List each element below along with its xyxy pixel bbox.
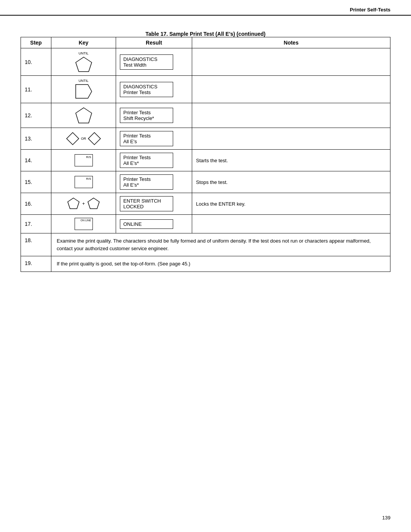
step-cell: 15. [21, 171, 51, 193]
result-cell: Printer Tests All E's [116, 128, 192, 150]
table-header-row: Step Key Result Notes [21, 37, 390, 48]
notes-cell: Starts the test. [192, 150, 390, 171]
col-step: Step [21, 37, 51, 48]
key-cell: R/S [51, 171, 116, 193]
key-cell [51, 103, 116, 128]
table-title: Table 17. Sample Print Test (All E's) (c… [21, 31, 390, 37]
key-cell: UNTIL [51, 76, 116, 103]
pentagon-right-pair-icon [87, 197, 100, 210]
step-cell: 16. [21, 193, 51, 215]
header-title: Printer Self-Tests [350, 7, 390, 13]
notes-cell [192, 103, 390, 128]
step-cell: 19. [21, 256, 51, 272]
table-row: 10. UNTIL DIAGNOSTICS Test Width [21, 48, 390, 76]
page-number: 139 [382, 515, 390, 521]
step-cell: 11. [21, 76, 51, 103]
svg-marker-6 [88, 198, 99, 209]
svg-marker-0 [76, 57, 92, 72]
main-table: Step Key Result Notes 10. UNTIL [21, 37, 390, 272]
pentagon-plain-icon [74, 106, 93, 125]
step-cell: 12. [21, 103, 51, 128]
result-cell: ENTER SWITCH LOCKED [116, 193, 192, 215]
result-cell: Printer Tests All E's* [116, 171, 192, 193]
notes-cell [192, 48, 390, 76]
pentagon-up-icon [74, 56, 93, 72]
col-key: Key [51, 37, 116, 48]
step-cell: 18. [21, 233, 51, 256]
svg-marker-2 [76, 108, 92, 123]
col-result: Result [116, 37, 192, 48]
table-row: 11. UNTIL DIAGNOSTICS Printer Tests [21, 76, 390, 103]
page-content: Table 17. Sample Print Test (All E's) (c… [0, 16, 411, 287]
pentagon-left-icon [67, 197, 80, 210]
notes-cell [192, 76, 390, 103]
svg-marker-5 [68, 198, 79, 209]
step-cell: 10. [21, 48, 51, 76]
key-cell: + [51, 193, 116, 215]
long-text-cell: Examine the print quality. The character… [51, 233, 390, 256]
result-cell: DIAGNOSTICS Printer Tests [116, 76, 192, 103]
online-key-icon: ON LINE [75, 218, 93, 230]
rs-key-icon: R/S [75, 176, 93, 188]
pentagon-right-icon [74, 83, 93, 100]
table-row: 16. + ENTER SWITCH [21, 193, 390, 215]
long-text-cell: If the print quality is good, set the to… [51, 256, 390, 272]
notes-cell: Stops the test. [192, 171, 390, 193]
diamond-right-icon [88, 132, 101, 145]
table-row: 14. R/S Printer Tests All E's* [21, 150, 390, 171]
result-cell: Printer Tests Shift Recycle* [116, 103, 192, 128]
table-row: 17. ON LINE ONLINE [21, 215, 390, 233]
page-footer: 139 [382, 515, 390, 521]
key-cell: R/S [51, 150, 116, 171]
notes-cell [192, 128, 390, 150]
key-cell: UNTIL [51, 48, 116, 76]
svg-marker-1 [76, 85, 92, 98]
step-cell: 13. [21, 128, 51, 150]
result-cell: DIAGNOSTICS Test Width [116, 48, 192, 76]
step-cell: 14. [21, 150, 51, 171]
table-row: 19. If the print quality is good, set th… [21, 256, 390, 272]
result-cell: Printer Tests All E's* [116, 150, 192, 171]
page-header: Printer Self-Tests [0, 0, 411, 16]
table-row: 18. Examine the print quality. The chara… [21, 233, 390, 256]
svg-marker-4 [88, 133, 100, 145]
notes-cell: Locks the ENTER key. [192, 193, 390, 215]
table-row: 15. R/S Printer Tests All E's* [21, 171, 390, 193]
table-row: 13. OR Printer Tests [21, 128, 390, 150]
key-cell: OR [51, 128, 116, 150]
diamond-left-icon [66, 132, 80, 145]
rs-key-icon: R/S [75, 154, 93, 166]
step-cell: 17. [21, 215, 51, 233]
result-cell: ONLINE [116, 215, 192, 233]
key-cell: ON LINE [51, 215, 116, 233]
col-notes: Notes [192, 37, 390, 48]
table-row: 12. Printer Tests Shift Recycle* [21, 103, 390, 128]
notes-cell [192, 215, 390, 233]
svg-marker-3 [67, 133, 79, 145]
